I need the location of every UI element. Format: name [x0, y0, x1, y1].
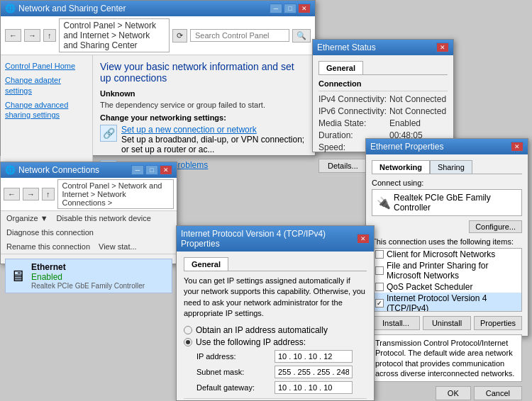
ipv4-title: Internet Protocol Version 4 (TCP/IPv4) P…	[181, 229, 357, 249]
connection-label: Connection	[318, 79, 448, 88]
network-connections-window: 🌐 Network Connections ─ □ ✕ ← → ↑ Contro…	[0, 162, 177, 264]
up-button[interactable]: ↑	[43, 29, 56, 42]
net-conn-icon: 🌐	[5, 165, 16, 175]
page-title: View your basic network information and …	[100, 61, 308, 84]
tab-general[interactable]: General	[318, 61, 363, 74]
back-button[interactable]: ←	[5, 29, 21, 42]
eth-status-tabs: General	[318, 61, 448, 75]
status-text: The dependency service or group failed t…	[100, 101, 308, 109]
net-conn-max[interactable]: □	[145, 165, 158, 175]
ipv4-tabs: General	[184, 257, 367, 271]
setup-icon: 🔗	[100, 125, 117, 142]
checkbox-client[interactable]	[375, 250, 384, 259]
connection-list: 🖥 Ethernet Enabled Realtek PCIe GbE Fami…	[1, 254, 177, 298]
eth-props-title: Ethernet Properties	[370, 142, 443, 152]
maximize-button[interactable]: □	[284, 4, 297, 13]
checkbox-ipv4[interactable]: ✓	[375, 299, 384, 307]
forward-button[interactable]: →	[24, 29, 40, 42]
subnet-input[interactable]	[275, 366, 353, 378]
eth-props-ok[interactable]: OK	[436, 386, 471, 400]
ipv4-tab-general[interactable]: General	[184, 257, 228, 271]
gateway-label: Default gateway:	[196, 383, 275, 392]
items-list: Client for Microsoft Networks File and P…	[372, 248, 522, 312]
uninstall-button[interactable]: Uninstall	[423, 316, 471, 330]
configure-button[interactable]: Configure...	[469, 220, 522, 233]
net-conn-forward[interactable]: →	[23, 188, 39, 200]
content-area: View your basic network information and …	[93, 55, 315, 170]
net-sharing-icon: 🌐	[5, 4, 16, 13]
radio-auto-ip[interactable]: Obtain an IP address automatically	[184, 325, 367, 335]
ipv4-label: IPv4 Connectivity:	[318, 94, 389, 104]
gateway-row: Default gateway:	[184, 381, 367, 394]
disable-device-button[interactable]: Disable this network device	[54, 213, 154, 224]
eth-status-close[interactable]: ✕	[436, 43, 449, 52]
view-status-button[interactable]: View stat...	[96, 241, 140, 252]
rename-button[interactable]: Rename this connection	[4, 241, 93, 252]
item-qos-label: QoS Packet Scheduler	[387, 282, 472, 292]
net-conn-min[interactable]: ─	[131, 165, 144, 175]
list-item-ipv4[interactable]: ✓ Internet Protocol Version 4 (TCP/IPv4)	[372, 293, 521, 312]
ip-address-row: IP address:	[184, 350, 367, 363]
sidebar-advanced-sharing[interactable]: Change advanced sharing settings	[5, 100, 88, 120]
ipv4-close[interactable]: ✕	[357, 234, 370, 244]
list-item-client[interactable]: Client for Microsoft Networks	[372, 249, 521, 260]
setup-link[interactable]: Set up a new connection or network	[121, 125, 257, 135]
radio-manual-ip-label: Use the following IP address:	[196, 337, 306, 347]
net-conn-breadcrumb: Control Panel > Network and Internet > N…	[57, 179, 174, 209]
organize-button[interactable]: Organize ▼	[4, 213, 51, 224]
radio-auto-ip-btn[interactable]	[184, 326, 192, 334]
tab-networking[interactable]: Networking	[372, 160, 430, 174]
install-uninstall-btns: Install... Uninstall Properties	[372, 316, 522, 330]
item-properties-button[interactable]: Properties	[474, 316, 522, 330]
eth-status-titlebar: Ethernet Status ✕	[313, 40, 453, 55]
ethernet-properties-dialog: Ethernet Properties ✕ Networking Sharing…	[365, 138, 528, 337]
checkbox-qos[interactable]	[375, 283, 384, 291]
net-conn-back[interactable]: ←	[4, 188, 20, 200]
eth-props-cancel[interactable]: Cancel	[474, 386, 522, 400]
ethernet-connection-item[interactable]: 🖥 Ethernet Enabled Realtek PCIe GbE Fami…	[5, 259, 172, 293]
sidebar-change-adapter[interactable]: Change adapter settings	[5, 75, 88, 96]
list-item-qos[interactable]: QoS Packet Scheduler	[372, 281, 521, 293]
item-file-printer-label: File and Printer Sharing for Microsoft N…	[387, 261, 519, 281]
install-button[interactable]: Install...	[372, 316, 420, 330]
ethernet-icon: 🖥	[10, 267, 26, 286]
refresh-button[interactable]: ⟳	[172, 29, 187, 43]
ethernet-name: Ethernet	[31, 262, 145, 272]
gateway-input[interactable]	[275, 381, 353, 394]
breadcrumb-text: Control Panel > Network and Internet > N…	[64, 21, 156, 50]
media-value: Enabled	[389, 118, 421, 128]
sidebar-control-panel-home[interactable]: Control Panel Home	[5, 61, 88, 71]
radio-auto-ip-label: Obtain an IP address automatically	[196, 325, 328, 335]
net-conn-close[interactable]: ✕	[160, 165, 172, 175]
search-button[interactable]: 🔍	[292, 29, 311, 43]
eth-props-tabs: Networking Sharing	[372, 160, 522, 174]
connect-using-label: Connect using:	[372, 179, 522, 187]
ip-address-label: IP address:	[196, 352, 275, 361]
eth-props-close[interactable]: ✕	[511, 142, 523, 152]
net-conn-toolbar: Organize ▼ Disable this network device D…	[1, 211, 177, 254]
ipv4-value: Not Connected	[389, 94, 446, 104]
subnet-row: Subnet mask:	[184, 366, 367, 378]
radio-manual-ip-btn[interactable]	[184, 338, 192, 346]
details-button[interactable]: Details...	[318, 159, 367, 173]
ethernet-status-dialog: Ethernet Status ✕ General Connection IPv…	[312, 39, 454, 152]
tab-sharing[interactable]: Sharing	[430, 160, 472, 174]
net-sharing-titlebar: 🌐 Network and Sharing Center ─ □ ✕	[1, 1, 315, 16]
change-networking-label: Change your networking settings:	[100, 113, 308, 122]
checkbox-file-printer[interactable]	[375, 266, 384, 275]
diagnose-button[interactable]: Diagnose this connection	[4, 227, 96, 238]
ip-address-input[interactable]	[275, 350, 353, 363]
close-button[interactable]: ✕	[298, 4, 311, 13]
radio-manual-ip[interactable]: Use the following IP address:	[184, 337, 367, 347]
adapter-box: 🔌 Realtek PCIe GbE Family Controller	[372, 189, 522, 216]
net-conn-titlebar: 🌐 Network Connections ─ □ ✕	[1, 162, 177, 178]
list-item-file-printer[interactable]: File and Printer Sharing for Microsoft N…	[372, 260, 521, 281]
breadcrumb[interactable]: Control Panel > Network and Internet > N…	[59, 18, 170, 52]
minimize-button[interactable]: ─	[270, 4, 282, 13]
net-conn-address-bar: ← → ↑ Control Panel > Network and Intern…	[1, 178, 177, 211]
search-input[interactable]	[190, 29, 289, 42]
item-client-label: Client for Microsoft Networks	[387, 249, 495, 259]
adapter-name: Realtek PCIe GbE Family Controller	[394, 193, 517, 213]
net-conn-up[interactable]: ↑	[42, 188, 55, 200]
ipv4-titlebar: Internet Protocol Version 4 (TCP/IPv4) P…	[177, 226, 374, 252]
